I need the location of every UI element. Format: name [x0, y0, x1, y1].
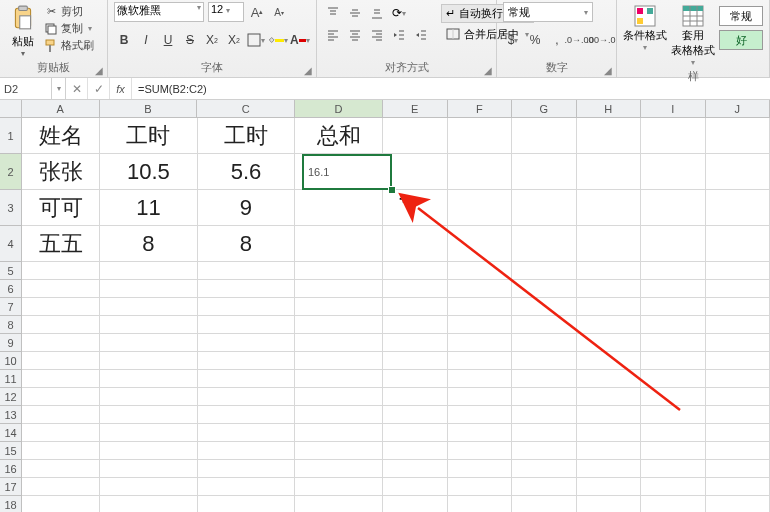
cell[interactable]	[448, 496, 512, 512]
cell[interactable]	[22, 406, 100, 424]
percent-button[interactable]: %	[525, 30, 545, 50]
cell[interactable]	[706, 334, 770, 352]
cell[interactable]	[641, 478, 705, 496]
copy-button[interactable]: 复制▾	[44, 21, 94, 36]
cell[interactable]	[22, 424, 100, 442]
row-header-8[interactable]: 8	[0, 316, 21, 334]
cell[interactable]	[22, 316, 100, 334]
cell[interactable]	[383, 388, 447, 406]
cell[interactable]	[577, 352, 641, 370]
cell[interactable]	[641, 388, 705, 406]
cell[interactable]: 工时	[100, 118, 198, 154]
grow-font-button[interactable]: A▴	[248, 3, 266, 21]
cell[interactable]	[512, 424, 576, 442]
cell[interactable]	[577, 154, 641, 190]
cell[interactable]	[706, 226, 770, 262]
cell[interactable]	[706, 118, 770, 154]
cell[interactable]	[295, 496, 383, 512]
column-header-C[interactable]: C	[197, 100, 295, 117]
cell[interactable]	[383, 352, 447, 370]
row-header-15[interactable]: 15	[0, 442, 21, 460]
cell[interactable]	[641, 190, 705, 226]
cell[interactable]	[383, 190, 447, 226]
cell[interactable]	[512, 262, 576, 280]
cell[interactable]	[448, 388, 512, 406]
format-as-table-button[interactable]: 套用 表格格式 ▾	[671, 2, 715, 67]
cell[interactable]	[198, 262, 296, 280]
fill-color-button[interactable]: ▾	[268, 30, 288, 50]
column-header-B[interactable]: B	[100, 100, 198, 117]
row-header-13[interactable]: 13	[0, 406, 21, 424]
name-box-dropdown[interactable]: ▾	[52, 78, 66, 99]
cell[interactable]	[295, 442, 383, 460]
cell[interactable]	[706, 298, 770, 316]
cell[interactable]	[383, 424, 447, 442]
cell[interactable]	[100, 442, 198, 460]
cell[interactable]	[100, 496, 198, 512]
cell[interactable]	[383, 496, 447, 512]
cell[interactable]	[512, 154, 576, 190]
cell[interactable]	[100, 352, 198, 370]
cell[interactable]	[577, 370, 641, 388]
shrink-font-button[interactable]: A▾	[270, 3, 288, 21]
cell[interactable]	[383, 442, 447, 460]
column-header-J[interactable]: J	[706, 100, 770, 117]
cell[interactable]	[512, 406, 576, 424]
cell[interactable]	[448, 190, 512, 226]
cell[interactable]: 8	[198, 226, 296, 262]
format-painter-button[interactable]: 格式刷	[44, 38, 94, 53]
cell[interactable]	[512, 496, 576, 512]
cell[interactable]	[577, 280, 641, 298]
cell[interactable]	[512, 316, 576, 334]
cell[interactable]	[198, 316, 296, 334]
row-header-5[interactable]: 5	[0, 262, 21, 280]
cell[interactable]	[22, 478, 100, 496]
cell[interactable]	[641, 118, 705, 154]
cell[interactable]	[577, 118, 641, 154]
row-header-9[interactable]: 9	[0, 334, 21, 352]
cell[interactable]	[448, 226, 512, 262]
cell[interactable]	[22, 496, 100, 512]
cell[interactable]	[100, 298, 198, 316]
cell[interactable]	[383, 460, 447, 478]
column-header-I[interactable]: I	[641, 100, 706, 117]
cell[interactable]	[512, 352, 576, 370]
cell[interactable]	[383, 262, 447, 280]
row-header-4[interactable]: 4	[0, 226, 21, 262]
align-bottom-button[interactable]	[367, 4, 387, 22]
cell[interactable]	[448, 316, 512, 334]
cell[interactable]	[22, 280, 100, 298]
cell-style-normal[interactable]: 常规	[719, 6, 763, 26]
superscript-button[interactable]: X2	[224, 30, 244, 50]
cell[interactable]	[706, 190, 770, 226]
cancel-formula-button[interactable]: ✕	[66, 78, 88, 99]
cell[interactable]	[577, 316, 641, 334]
align-center-button[interactable]	[345, 26, 365, 44]
cell[interactable]	[22, 352, 100, 370]
cell[interactable]	[706, 388, 770, 406]
cell[interactable]	[577, 478, 641, 496]
cell[interactable]	[198, 424, 296, 442]
align-top-button[interactable]	[323, 4, 343, 22]
cell[interactable]	[448, 334, 512, 352]
cell[interactable]	[641, 334, 705, 352]
cell[interactable]	[100, 280, 198, 298]
cell[interactable]	[295, 370, 383, 388]
column-header-D[interactable]: D	[295, 100, 383, 117]
cell[interactable]	[295, 352, 383, 370]
cell[interactable]	[512, 334, 576, 352]
cell[interactable]	[22, 334, 100, 352]
cell[interactable]	[641, 496, 705, 512]
row-header-1[interactable]: 1	[0, 118, 21, 154]
cell[interactable]	[383, 280, 447, 298]
cell[interactable]	[198, 334, 296, 352]
cell[interactable]	[198, 370, 296, 388]
cell[interactable]	[22, 370, 100, 388]
cell[interactable]	[383, 406, 447, 424]
cell[interactable]	[383, 370, 447, 388]
cell[interactable]	[100, 478, 198, 496]
cell[interactable]	[641, 406, 705, 424]
cell[interactable]	[295, 280, 383, 298]
cell[interactable]	[577, 424, 641, 442]
cell[interactable]	[295, 298, 383, 316]
